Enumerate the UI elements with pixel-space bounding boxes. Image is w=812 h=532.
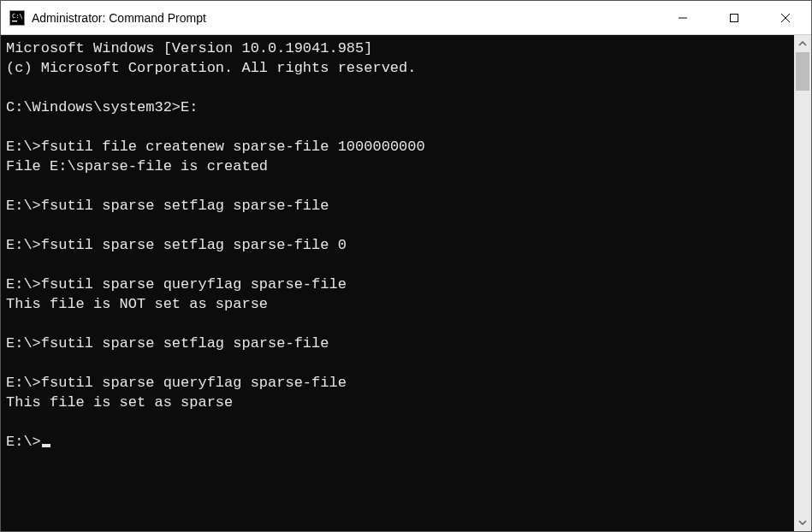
prompt-text: E:\>: [6, 198, 41, 214]
minimize-icon: [678, 13, 688, 23]
svg-rect-5: [731, 14, 738, 21]
terminal-line: [6, 314, 789, 334]
terminal-line: [6, 255, 789, 275]
terminal-line: E:\>fsutil sparse setflag sparse-file: [6, 196, 789, 216]
prompt-text: E:\>: [6, 237, 41, 253]
titlebar[interactable]: C:\ Administrator: Command Prompt: [1, 1, 811, 35]
terminal-line: [6, 176, 789, 196]
terminal-line: E:\>fsutil sparse setflag sparse-file: [6, 334, 789, 353]
terminal-output[interactable]: Microsoft Windows [Version 10.0.19041.98…: [1, 35, 794, 531]
svg-rect-3: [12, 21, 17, 21]
prompt-text: E:\>: [6, 375, 41, 391]
close-icon: [780, 13, 791, 23]
command-text: fsutil sparse setflag sparse-file: [41, 198, 329, 214]
command-prompt-icon: C:\: [9, 10, 25, 26]
minimize-button[interactable]: [657, 1, 708, 34]
terminal-line: Microsoft Windows [Version 10.0.19041.98…: [6, 38, 789, 58]
window-controls: [657, 1, 811, 34]
scroll-up-button[interactable]: [794, 35, 811, 52]
terminal-area: Microsoft Windows [Version 10.0.19041.98…: [1, 35, 811, 531]
terminal-line: E:\>fsutil sparse queryflag sparse-file: [6, 373, 789, 393]
cursor: [42, 444, 50, 447]
terminal-line: This file is set as sparse: [6, 393, 789, 412]
terminal-line: [6, 117, 789, 137]
command-text: fsutil sparse setflag sparse-file: [41, 335, 329, 352]
terminal-line: E:\>: [6, 432, 789, 452]
command-prompt-window: C:\ Administrator: Command Prompt: [0, 0, 812, 532]
scrollbar-track[interactable]: [794, 52, 811, 514]
terminal-line: File E:\sparse-file is created: [6, 157, 789, 176]
scroll-down-button[interactable]: [794, 514, 811, 531]
prompt-text: C:\Windows\system32>: [6, 99, 181, 115]
terminal-line: [6, 78, 789, 98]
window-title: Administrator: Command Prompt: [32, 11, 657, 25]
svg-text:C:\: C:\: [12, 13, 23, 20]
maximize-icon: [729, 13, 739, 23]
command-text: fsutil file createnew sparse-file 100000…: [41, 139, 425, 155]
chevron-down-icon: [798, 518, 807, 527]
prompt-text: E:\>: [6, 335, 41, 352]
prompt-text: E:\>: [6, 434, 41, 450]
terminal-line: E:\>fsutil file createnew sparse-file 10…: [6, 137, 789, 157]
command-text: fsutil sparse queryflag sparse-file: [41, 276, 347, 293]
terminal-line: (c) Microsoft Corporation. All rights re…: [6, 58, 789, 78]
prompt-text: E:\>: [6, 139, 41, 155]
scrollbar[interactable]: [794, 35, 811, 531]
terminal-line: [6, 216, 789, 235]
close-button[interactable]: [760, 1, 811, 34]
scrollbar-thumb[interactable]: [796, 52, 809, 91]
command-text: E:: [181, 99, 198, 115]
prompt-text: E:\>: [6, 276, 41, 293]
maximize-button[interactable]: [708, 1, 760, 34]
terminal-line: C:\Windows\system32>E:: [6, 98, 789, 117]
command-text: fsutil sparse setflag sparse-file 0: [41, 237, 347, 253]
command-text: fsutil sparse queryflag sparse-file: [41, 375, 347, 391]
chevron-up-icon: [798, 39, 807, 48]
terminal-line: This file is NOT set as sparse: [6, 294, 789, 314]
terminal-line: E:\>fsutil sparse queryflag sparse-file: [6, 275, 789, 294]
terminal-line: [6, 353, 789, 373]
terminal-line: E:\>fsutil sparse setflag sparse-file 0: [6, 235, 789, 255]
terminal-line: [6, 412, 789, 432]
